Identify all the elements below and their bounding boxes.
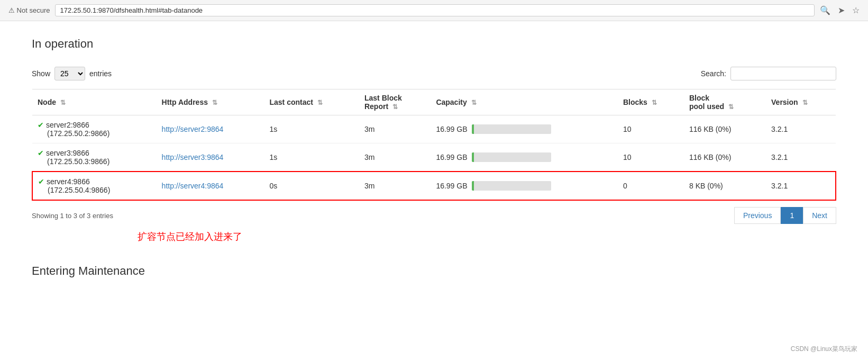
sort-contact-icon[interactable]: ⇅	[317, 99, 323, 106]
show-label: Show	[32, 69, 50, 78]
capacity-bar-fill	[472, 152, 474, 162]
capacity-value: 16.99 GB	[436, 153, 467, 161]
node-ip: (172.25.50.3:9866)	[47, 157, 109, 166]
cell-last-contact: 1s	[264, 115, 359, 143]
cell-blocks: 0	[618, 172, 684, 200]
cell-http-address: http://server3:9864	[157, 143, 264, 172]
security-warning: ⚠ Not secure	[8, 6, 50, 14]
search-icon[interactable]: 🔍	[820, 5, 830, 15]
browser-icons: 🔍 ➤ ☆	[820, 5, 860, 15]
entries-label: entries	[89, 69, 112, 78]
search-label: Search:	[701, 69, 726, 78]
table-row: ✔server4:9866(172.25.50.4:9866)http://se…	[32, 172, 836, 200]
sort-http-icon[interactable]: ⇅	[212, 99, 217, 106]
cell-version: 3.2.1	[766, 172, 836, 200]
cell-node: ✔server3:9866(172.25.50.3:9866)	[32, 143, 157, 172]
col-last-block-report: Last BlockReport ⇅	[359, 89, 431, 115]
capacity-bar-fill	[472, 181, 474, 191]
cell-http-address: http://server2:9864	[157, 115, 264, 143]
sort-version-icon[interactable]: ⇅	[802, 99, 808, 106]
sort-block-report-icon[interactable]: ⇅	[392, 103, 398, 111]
http-link[interactable]: http://server3:9864	[162, 153, 224, 161]
showing-info: Showing 1 to 3 of 3 entries	[32, 212, 113, 220]
section-title: In operation	[32, 37, 836, 51]
capacity-bar-track	[472, 181, 551, 191]
col-last-contact: Last contact ⇅	[264, 89, 359, 115]
check-icon: ✔	[38, 149, 44, 157]
previous-button[interactable]: Previous	[734, 207, 781, 224]
node-ip: (172.25.50.4:9866)	[48, 186, 110, 194]
entries-select[interactable]: 25 10 50 100	[54, 67, 85, 80]
table-row: ✔server2:9866(172.25.50.2:9866)http://se…	[32, 115, 836, 143]
cell-node: ✔server2:9866(172.25.50.2:9866)	[32, 115, 157, 143]
cell-last-block-report: 3m	[359, 115, 431, 143]
cell-last-block-report: 3m	[359, 143, 431, 172]
cell-blocks: 10	[618, 115, 684, 143]
cell-block-pool-used: 116 KB (0%)	[684, 143, 766, 172]
cell-version: 3.2.1	[766, 143, 836, 172]
datanode-table: Node ⇅ Http Address ⇅ Last contact ⇅ Las…	[32, 89, 836, 201]
show-entries: Show 25 10 50 100 entries	[32, 67, 112, 80]
annotation-text: 扩容节点已经加入进来了	[138, 230, 836, 243]
capacity-bar-track	[472, 152, 551, 162]
table-row: ✔server3:9866(172.25.50.3:9866)http://se…	[32, 143, 836, 172]
main-content: In operation Show 25 10 50 100 entries S…	[0, 21, 868, 294]
col-capacity: Capacity ⇅	[431, 89, 618, 115]
node-name: server3:9866	[46, 149, 89, 157]
search-input[interactable]	[730, 67, 836, 80]
cell-block-pool-used: 8 KB (0%)	[684, 172, 766, 200]
http-link[interactable]: http://server4:9864	[162, 182, 224, 190]
node-name: server4:9866	[47, 177, 90, 186]
cell-last-contact: 0s	[264, 172, 359, 200]
capacity-bar-track	[472, 124, 551, 134]
sort-node-icon[interactable]: ⇅	[60, 99, 66, 106]
http-link[interactable]: http://server2:9864	[162, 125, 224, 133]
sort-capacity-icon[interactable]: ⇅	[471, 99, 477, 106]
col-version: Version ⇅	[766, 89, 836, 115]
page-1-button[interactable]: 1	[781, 207, 803, 224]
sort-pool-icon[interactable]: ⇅	[728, 103, 734, 111]
node-ip: (172.25.50.2:9866)	[47, 129, 109, 138]
col-node: Node ⇅	[32, 89, 157, 115]
cell-last-block-report: 3m	[359, 172, 431, 200]
maintenance-title: Entering Maintenance	[32, 264, 836, 278]
navigate-icon[interactable]: ➤	[838, 5, 845, 15]
pagination: Previous 1 Next	[734, 207, 836, 224]
node-name: server2:9866	[46, 121, 89, 129]
col-blocks: Blocks ⇅	[618, 89, 684, 115]
cell-http-address: http://server4:9864	[157, 172, 264, 200]
table-controls: Show 25 10 50 100 entries Search:	[32, 67, 836, 80]
cell-block-pool-used: 116 KB (0%)	[684, 115, 766, 143]
url-bar[interactable]: 172.25.50.1:9870/dfshealth.html#tab-data…	[55, 4, 815, 16]
col-block-pool-used: Blockpool used ⇅	[684, 89, 766, 115]
capacity-value: 16.99 GB	[436, 125, 467, 133]
capacity-bar-fill	[472, 124, 474, 134]
cell-blocks: 10	[618, 143, 684, 172]
next-button[interactable]: Next	[803, 207, 836, 224]
table-footer: Showing 1 to 3 of 3 entries Previous 1 N…	[32, 207, 836, 224]
check-icon: ✔	[38, 177, 44, 186]
cell-node: ✔server4:9866(172.25.50.4:9866)	[32, 172, 157, 200]
check-icon: ✔	[38, 121, 44, 129]
bookmark-icon[interactable]: ☆	[852, 5, 860, 15]
col-http-address: Http Address ⇅	[157, 89, 264, 115]
cell-capacity: 16.99 GB	[431, 115, 618, 143]
cell-capacity: 16.99 GB	[431, 143, 618, 172]
cell-last-contact: 1s	[264, 143, 359, 172]
browser-bar: ⚠ Not secure 172.25.50.1:9870/dfshealth.…	[0, 0, 868, 21]
sort-blocks-icon[interactable]: ⇅	[652, 99, 657, 106]
cell-capacity: 16.99 GB	[431, 172, 618, 200]
capacity-value: 16.99 GB	[436, 182, 467, 190]
cell-version: 3.2.1	[766, 115, 836, 143]
table-header-row: Node ⇅ Http Address ⇅ Last contact ⇅ Las…	[32, 89, 836, 115]
search-box: Search:	[701, 67, 836, 80]
